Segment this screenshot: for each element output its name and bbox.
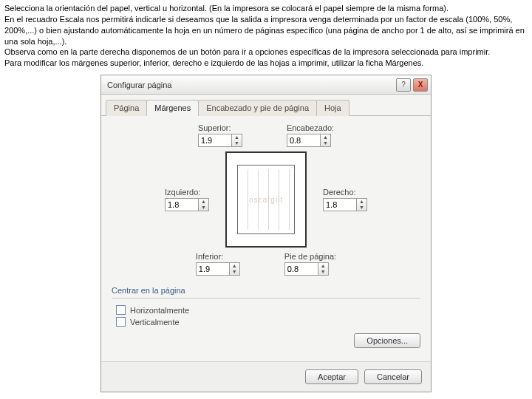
label-izquierdo: Izquierdo: [165, 188, 200, 197]
field-pie: Pie de página: ▲▼ [284, 252, 336, 276]
group-title-centrar: Centrar en la página [112, 286, 420, 295]
intro-p3: Observa como en la parte derecha dispone… [4, 47, 528, 58]
chevron-down-icon: ▼ [199, 205, 208, 211]
stepper-pie[interactable]: ▲▼ [318, 262, 329, 276]
tab-margenes[interactable]: Márgenes [146, 100, 199, 116]
chevron-down-icon: ▼ [321, 140, 330, 146]
chevron-up-icon: ▲ [230, 263, 239, 269]
chevron-down-icon: ▼ [230, 269, 239, 275]
stepper-derecho[interactable]: ▲▼ [357, 198, 367, 211]
chevron-down-icon: ▼ [357, 205, 366, 211]
checkbox-horizontal[interactable]: Horizontalmente [116, 305, 420, 315]
label-superior: Superior: [198, 123, 231, 132]
label-derecho: Derecho: [323, 188, 356, 197]
tab-body-margenes: Superior: ▲▼ Encabezado: ▲▼ Izquier [101, 116, 431, 361]
field-encabezado: Encabezado: ▲▼ [287, 123, 334, 147]
options-button[interactable]: Opciones... [354, 333, 420, 348]
label-inferior: Inferior: [196, 252, 223, 261]
tab-hoja[interactable]: Hoja [316, 100, 349, 116]
preview-watermark: oscargiit [227, 196, 305, 204]
chevron-up-icon: ▲ [318, 263, 328, 269]
input-pie[interactable] [284, 262, 318, 276]
group-centrar: Centrar en la página Horizontalmente Ver… [112, 286, 420, 327]
checkbox-icon [116, 305, 126, 315]
input-inferior[interactable] [196, 262, 230, 276]
tab-pagina[interactable]: Página [106, 100, 147, 116]
stepper-inferior[interactable]: ▲▼ [230, 262, 240, 276]
field-inferior: Inferior: ▲▼ [196, 252, 240, 276]
checkbox-label-vertical: Verticalmente [130, 318, 180, 327]
chevron-up-icon: ▲ [232, 134, 242, 140]
tab-encabezado[interactable]: Encabezado y pie de página [198, 100, 317, 116]
chevron-down-icon: ▼ [318, 269, 328, 275]
close-icon: X [418, 81, 423, 89]
input-derecho[interactable] [323, 198, 357, 211]
cancel-button[interactable]: Cancelar [364, 369, 422, 384]
chevron-up-icon: ▲ [199, 199, 208, 205]
label-encabezado: Encabezado: [287, 123, 334, 132]
field-superior: Superior: ▲▼ [198, 123, 242, 147]
chevron-down-icon: ▼ [232, 140, 242, 146]
close-button[interactable]: X [413, 78, 428, 92]
stepper-superior[interactable]: ▲▼ [232, 134, 242, 147]
input-superior[interactable] [198, 134, 232, 147]
stepper-izquierdo[interactable]: ▲▼ [199, 198, 209, 211]
intro-p2: En el recuadro Escala nos permitirá indi… [4, 14, 528, 47]
input-encabezado[interactable] [287, 134, 321, 147]
field-derecho: Derecho: ▲▼ [323, 188, 367, 211]
input-izquierdo[interactable] [165, 198, 199, 211]
checkbox-vertical[interactable]: Verticalmente [116, 317, 420, 327]
page-setup-dialog: Configurar página ? X Página Márgenes En… [100, 75, 432, 392]
intro-p1: Selecciona la orientación del papel, ver… [4, 3, 528, 14]
accept-button[interactable]: Aceptar [305, 369, 358, 384]
chevron-up-icon: ▲ [357, 199, 366, 205]
intro-p4: Para modificar los márgenes superior, in… [4, 58, 528, 69]
page-preview: oscargiit [225, 151, 307, 248]
dialog-footer: Aceptar Cancelar [101, 361, 431, 392]
checkbox-label-horizontal: Horizontalmente [130, 306, 189, 315]
intro-text: Selecciona la orientación del papel, ver… [0, 0, 532, 75]
label-pie: Pie de página: [284, 252, 336, 261]
tab-bar: Página Márgenes Encabezado y pie de pági… [101, 95, 431, 116]
help-icon: ? [401, 81, 406, 89]
titlebar: Configurar página ? X [101, 75, 431, 95]
chevron-up-icon: ▲ [321, 134, 330, 140]
stepper-encabezado[interactable]: ▲▼ [321, 134, 331, 147]
field-izquierdo: Izquierdo: ▲▼ [165, 188, 209, 211]
help-button[interactable]: ? [396, 78, 411, 92]
dialog-title: Configurar página [107, 81, 171, 89]
checkbox-icon [116, 317, 126, 327]
